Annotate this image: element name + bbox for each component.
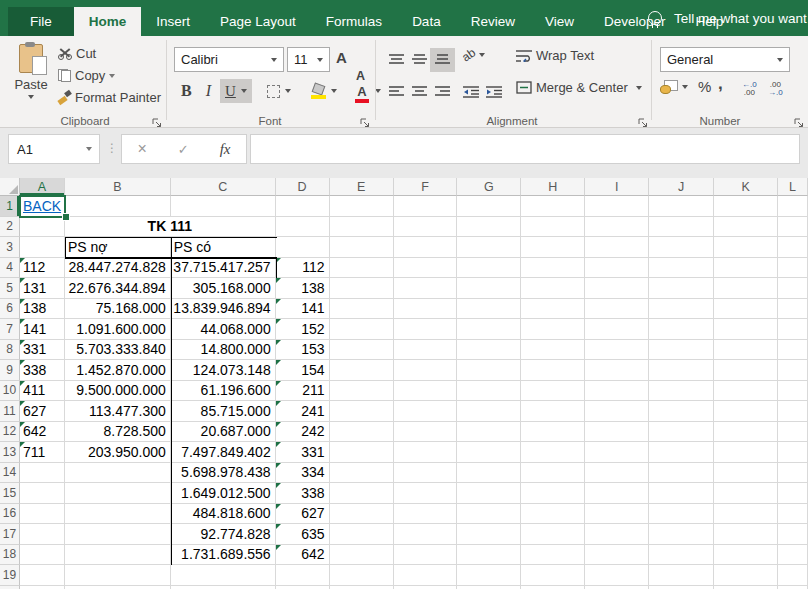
font-size-dropdown-icon[interactable]	[317, 58, 323, 62]
cell-J9[interactable]	[649, 360, 714, 381]
column-header-C[interactable]: C	[171, 178, 276, 196]
cell-C9[interactable]: 124.073.148	[171, 360, 276, 381]
row-header-5[interactable]: 5	[0, 278, 20, 299]
name-box[interactable]: A1	[8, 134, 100, 164]
align-middle-button[interactable]	[407, 48, 432, 72]
cell-A17[interactable]	[20, 524, 65, 545]
tab-formulas[interactable]: Formulas	[311, 7, 397, 36]
accounting-format-button[interactable]	[660, 80, 688, 94]
cell-I4[interactable]	[585, 258, 649, 279]
cell-B1[interactable]	[65, 196, 171, 217]
column-header-D[interactable]: D	[276, 178, 330, 196]
cell-H10[interactable]	[521, 381, 585, 402]
cell-L19[interactable]	[778, 565, 808, 586]
cell-G1[interactable]	[457, 196, 521, 217]
cell-A8[interactable]: 331	[20, 340, 65, 361]
cell-K19[interactable]	[714, 565, 778, 586]
align-top-button[interactable]	[384, 48, 409, 72]
copy-button[interactable]: Copy	[58, 68, 115, 83]
merge-center-dropdown-icon[interactable]	[636, 86, 642, 90]
cell-F18[interactable]	[394, 545, 458, 566]
cell-J8[interactable]	[649, 340, 714, 361]
cell-A7[interactable]: 141	[20, 319, 65, 340]
cell-B19[interactable]	[65, 565, 171, 586]
cell-E2[interactable]	[330, 217, 394, 238]
cell-I15[interactable]	[585, 483, 649, 504]
cell-B10[interactable]: 9.500.000.000	[65, 381, 171, 402]
bold-button[interactable]: B	[176, 79, 197, 103]
cell-I1[interactable]	[585, 196, 649, 217]
cell-E9[interactable]	[330, 360, 394, 381]
number-format-dropdown-icon[interactable]	[777, 58, 783, 62]
cell-D20[interactable]	[276, 586, 330, 589]
cell-I6[interactable]	[585, 299, 649, 320]
cell-F12[interactable]	[394, 422, 458, 443]
cell-L14[interactable]	[778, 463, 808, 484]
row-header-8[interactable]: 8	[0, 340, 20, 361]
cell-B17[interactable]	[65, 524, 171, 545]
cell-H7[interactable]	[521, 319, 585, 340]
cell-B9[interactable]: 1.452.870.000	[65, 360, 171, 381]
font-name-combo[interactable]: Calibri	[174, 47, 284, 72]
cell-H8[interactable]	[521, 340, 585, 361]
cell-E5[interactable]	[330, 278, 394, 299]
cell-F20[interactable]	[394, 586, 458, 589]
cell-A16[interactable]	[20, 504, 65, 525]
cell-A15[interactable]	[20, 483, 65, 504]
cell-G20[interactable]	[457, 586, 521, 589]
row-header-13[interactable]: 13	[0, 442, 20, 463]
row-header-2[interactable]: 2	[0, 217, 20, 238]
orientation-dropdown-icon[interactable]	[479, 53, 485, 57]
cell-A18[interactable]	[20, 545, 65, 566]
cell-I8[interactable]	[585, 340, 649, 361]
cell-E18[interactable]	[330, 545, 394, 566]
decrease-decimal-button[interactable]: .00→.0	[768, 81, 783, 97]
cell-H1[interactable]	[521, 196, 585, 217]
cell-B12[interactable]: 8.728.500	[65, 422, 171, 443]
cell-H13[interactable]	[521, 442, 585, 463]
cell-F9[interactable]	[394, 360, 458, 381]
cell-G6[interactable]	[457, 299, 521, 320]
cell-I14[interactable]	[585, 463, 649, 484]
cell-E1[interactable]	[330, 196, 394, 217]
cell-D8[interactable]: 153	[276, 340, 330, 361]
cell-A20[interactable]	[20, 586, 65, 589]
cell-B18[interactable]	[65, 545, 171, 566]
cell-J5[interactable]	[649, 278, 714, 299]
cell-D19[interactable]	[276, 565, 330, 586]
align-bottom-button[interactable]	[430, 48, 455, 72]
cell-E12[interactable]	[330, 422, 394, 443]
row-header-4[interactable]: 4	[0, 258, 20, 279]
cell-H17[interactable]	[521, 524, 585, 545]
cell-G5[interactable]	[457, 278, 521, 299]
row-header-11[interactable]: 11	[0, 401, 20, 422]
cell-J7[interactable]	[649, 319, 714, 340]
cell-L1[interactable]	[778, 196, 808, 217]
cell-E6[interactable]	[330, 299, 394, 320]
cell-D4[interactable]: 112	[276, 258, 330, 279]
cell-K11[interactable]	[714, 401, 778, 422]
row-header-6[interactable]: 6	[0, 299, 20, 320]
cell-H19[interactable]	[521, 565, 585, 586]
cell-C16[interactable]: 484.818.600	[171, 504, 276, 525]
cell-E13[interactable]	[330, 442, 394, 463]
italic-button[interactable]: I	[201, 79, 216, 103]
cell-H12[interactable]	[521, 422, 585, 443]
cell-I12[interactable]	[585, 422, 649, 443]
cell-C10[interactable]: 61.196.600	[171, 381, 276, 402]
cell-E8[interactable]	[330, 340, 394, 361]
wrap-text-button[interactable]: Wrap Text	[516, 48, 594, 63]
cell-C12[interactable]: 20.687.000	[171, 422, 276, 443]
cell-J10[interactable]	[649, 381, 714, 402]
row-header-9[interactable]: 9	[0, 360, 20, 381]
cell-K6[interactable]	[714, 299, 778, 320]
cell-C1[interactable]	[171, 196, 276, 217]
cell-I2[interactable]	[585, 217, 649, 238]
cell-K17[interactable]	[714, 524, 778, 545]
cell-F5[interactable]	[394, 278, 458, 299]
column-header-K[interactable]: K	[714, 178, 778, 196]
cell-J4[interactable]	[649, 258, 714, 279]
cell-I19[interactable]	[585, 565, 649, 586]
cell-J2[interactable]	[649, 217, 714, 238]
cell-L20[interactable]	[778, 586, 808, 589]
